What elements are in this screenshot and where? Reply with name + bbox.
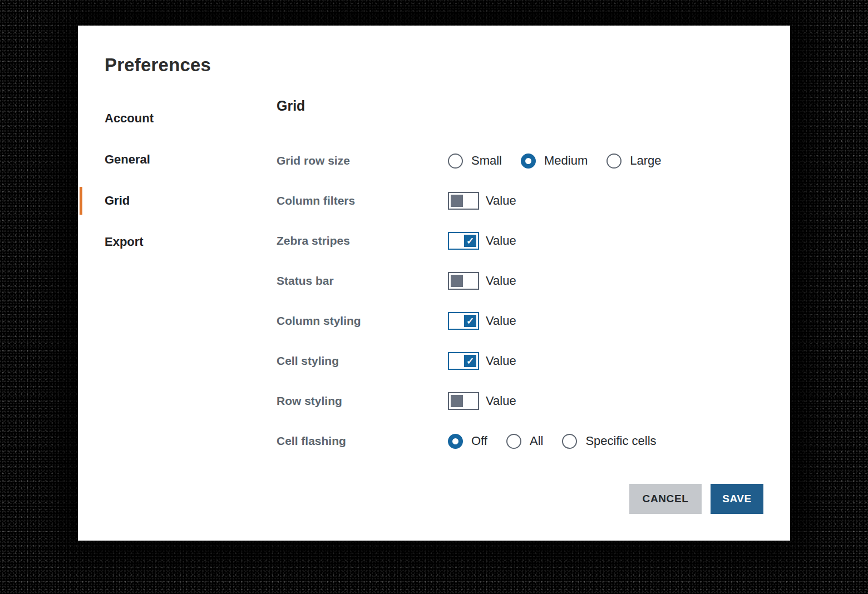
setting-label: Status bar xyxy=(277,274,448,288)
radio-icon xyxy=(506,434,521,449)
toggle-wrap: Value xyxy=(448,392,516,410)
checkmark-icon: ✓ xyxy=(464,315,476,327)
settings-row: Column styling✓Value xyxy=(277,301,766,341)
settings-row: Status barValue xyxy=(277,261,766,301)
radio-option-label: Off xyxy=(471,434,487,448)
toggle-wrap: Value xyxy=(448,192,516,210)
setting-controls: ✓Value xyxy=(448,232,516,250)
setting-label: Zebra stripes xyxy=(277,234,448,248)
toggle-thumb xyxy=(451,395,463,407)
radio-option-all[interactable]: All xyxy=(506,434,543,449)
setting-label: Grid row size xyxy=(277,154,448,167)
radio-option-label: Small xyxy=(471,154,502,168)
toggle-value-label: Value xyxy=(486,314,516,328)
radio-option-label: Large xyxy=(630,154,661,168)
radio-icon xyxy=(448,434,463,449)
toggle-value-label: Value xyxy=(486,234,516,248)
radio-icon xyxy=(606,154,622,169)
toggle-switch[interactable] xyxy=(448,272,479,290)
panel-heading: Grid xyxy=(277,98,305,114)
sidebar-item-grid[interactable]: Grid xyxy=(105,180,249,221)
settings-row: Row stylingValue xyxy=(277,381,766,421)
setting-label: Row styling xyxy=(277,394,448,408)
preferences-dialog: Preferences AccountGeneralGridExport Gri… xyxy=(78,26,790,541)
sidebar-item-account[interactable]: Account xyxy=(105,98,249,139)
settings-row: Column filtersValue xyxy=(277,181,766,221)
toggle-switch[interactable]: ✓ xyxy=(448,352,479,370)
toggle-value-label: Value xyxy=(486,354,516,368)
setting-controls: Value xyxy=(448,272,516,290)
radio-option-off[interactable]: Off xyxy=(448,434,487,449)
radio-option-label: Medium xyxy=(544,154,588,168)
toggle-switch[interactable]: ✓ xyxy=(448,312,479,330)
settings-row: Zebra stripes✓Value xyxy=(277,221,766,261)
cancel-button[interactable]: CANCEL xyxy=(629,484,702,514)
toggle-wrap: ✓Value xyxy=(448,232,516,250)
radio-option-small[interactable]: Small xyxy=(448,154,502,169)
active-tab-indicator xyxy=(80,187,82,215)
setting-controls: SmallMediumLarge xyxy=(448,154,662,169)
setting-label: Cell flashing xyxy=(277,434,448,448)
setting-controls: OffAllSpecific cells xyxy=(448,434,657,449)
settings-row: Cell styling✓Value xyxy=(277,341,766,381)
toggle-value-label: Value xyxy=(486,194,516,208)
sidebar-nav: AccountGeneralGridExport xyxy=(105,98,249,263)
radio-option-label: All xyxy=(530,434,543,448)
toggle-wrap: ✓Value xyxy=(448,312,516,330)
settings-row: Grid row sizeSmallMediumLarge xyxy=(277,141,766,181)
setting-controls: Value xyxy=(448,392,516,410)
radio-option-label: Specific cells xyxy=(585,434,656,448)
setting-controls: ✓Value xyxy=(448,312,516,330)
sidebar-item-general[interactable]: General xyxy=(105,139,249,180)
radio-option-specific-cells[interactable]: Specific cells xyxy=(562,434,656,449)
checkmark-icon: ✓ xyxy=(464,235,476,247)
toggle-switch[interactable] xyxy=(448,192,479,210)
settings-row: Cell flashingOffAllSpecific cells xyxy=(277,421,766,461)
checkmark-icon: ✓ xyxy=(464,355,476,367)
settings-rows: Grid row sizeSmallMediumLargeColumn filt… xyxy=(277,141,766,461)
toggle-wrap: ✓Value xyxy=(448,352,516,370)
radio-icon xyxy=(448,154,463,169)
setting-label: Column styling xyxy=(277,314,448,328)
sidebar-item-export[interactable]: Export xyxy=(105,221,249,263)
footer-actions: CANCEL SAVE xyxy=(629,484,763,514)
setting-label: Column filters xyxy=(277,194,448,207)
setting-label: Cell styling xyxy=(277,354,448,368)
toggle-thumb xyxy=(451,195,463,207)
toggle-switch[interactable] xyxy=(448,392,479,410)
radio-icon xyxy=(562,434,577,449)
toggle-value-label: Value xyxy=(486,274,516,288)
setting-controls: ✓Value xyxy=(448,352,516,370)
toggle-wrap: Value xyxy=(448,272,516,290)
toggle-switch[interactable]: ✓ xyxy=(448,232,479,250)
toggle-value-label: Value xyxy=(486,394,516,408)
setting-controls: Value xyxy=(448,192,516,210)
toggle-thumb xyxy=(451,275,463,287)
radio-option-medium[interactable]: Medium xyxy=(521,154,588,169)
dialog-title: Preferences xyxy=(105,55,211,76)
radio-option-large[interactable]: Large xyxy=(606,154,661,169)
radio-icon xyxy=(521,154,536,169)
save-button[interactable]: SAVE xyxy=(711,484,763,514)
